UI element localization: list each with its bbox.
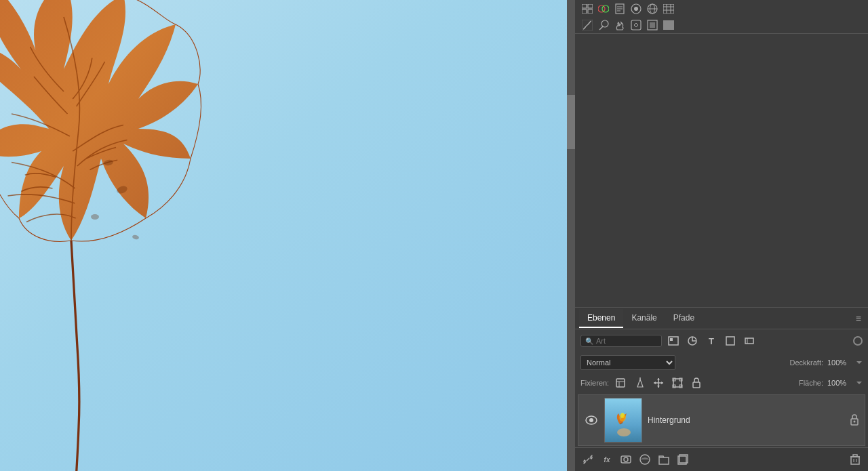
toolbar-row-2 [580, 18, 863, 32]
delete-layer-icon[interactable] [848, 452, 863, 467]
blend-mode-select[interactable]: Normal Auflösen Abdunkeln Multiplizieren [580, 355, 675, 370]
canvas-vertical-scrollbar[interactable] [567, 0, 575, 471]
svg-point-2 [91, 214, 99, 220]
mask-icon-toolbar[interactable] [646, 18, 659, 32]
svg-rect-73 [853, 455, 857, 457]
svg-rect-39 [616, 379, 625, 387]
layer-name: Hintergrund [648, 415, 850, 425]
fix-move-icon[interactable] [651, 375, 666, 390]
svg-rect-28 [631, 20, 641, 30]
svg-point-66 [624, 457, 628, 462]
opacity-value: 100% [827, 359, 852, 367]
fill-label: Fläche: [799, 379, 823, 387]
fix-lock-icon[interactable] [689, 375, 704, 390]
svg-marker-45 [657, 378, 660, 380]
svg-point-61 [620, 413, 625, 418]
tab-ebenen[interactable]: Ebenen [579, 309, 623, 328]
svg-rect-7 [582, 9, 587, 14]
svg-marker-47 [654, 382, 656, 384]
new-layer-icon[interactable] [675, 452, 690, 467]
svg-rect-20 [663, 4, 674, 14]
solid-color-icon[interactable] [662, 18, 675, 32]
document-icon[interactable] [613, 2, 627, 16]
scrollbar-thumb[interactable] [567, 95, 575, 149]
eye-icon [585, 415, 597, 425]
properties-area [575, 34, 868, 307]
svg-marker-38 [856, 361, 862, 364]
bottom-icons-row: fx [575, 447, 868, 471]
svg-line-27 [599, 26, 603, 30]
svg-rect-30 [650, 22, 655, 28]
search-row: 🔍 T [575, 329, 868, 352]
adjustment-filter-icon[interactable] [685, 333, 700, 348]
search-wrapper[interactable]: 🔍 [580, 335, 662, 347]
svg-rect-71 [851, 457, 859, 464]
fix-transform-icon[interactable] [670, 375, 685, 390]
tab-kanaele[interactable]: Kanäle [623, 309, 665, 328]
canvas-area [0, 0, 575, 471]
add-mask-icon[interactable] [618, 452, 633, 467]
svg-point-26 [601, 20, 608, 27]
layer-lock-icon[interactable] [850, 413, 859, 428]
pixel-layer-filter-icon[interactable] [666, 333, 681, 348]
search-input[interactable] [596, 337, 650, 345]
layer-item-hintergrund[interactable]: Hintergrund [578, 394, 865, 446]
svg-rect-36 [745, 338, 753, 344]
fix-paint-icon[interactable] [632, 375, 647, 390]
smart-object-filter-icon[interactable] [742, 333, 757, 348]
svg-point-10 [602, 5, 609, 12]
svg-rect-33 [670, 338, 673, 341]
opacity-label: Deckkraft: [789, 359, 823, 367]
toolbar-row-1 [580, 2, 863, 16]
channels-icon[interactable] [597, 2, 610, 16]
svg-rect-35 [726, 337, 734, 345]
leaf-illustration [0, 0, 575, 471]
canvas-image [0, 0, 575, 471]
svg-point-9 [598, 5, 605, 12]
svg-point-16 [634, 7, 638, 11]
filter-toggle-dot[interactable] [853, 336, 863, 346]
burn-icon[interactable] [613, 18, 627, 32]
color-picker-icon[interactable] [629, 2, 643, 16]
svg-rect-5 [582, 4, 587, 8]
fix-row: Fixieren: Fläche: 100% [575, 373, 868, 393]
opacity-arrow-icon[interactable] [856, 359, 863, 366]
toolbar-top [575, 0, 868, 34]
add-fx-icon[interactable]: fx [599, 452, 614, 467]
tabs-menu-icon[interactable]: ≡ [853, 310, 864, 327]
layer-thumbnail [604, 398, 642, 443]
shape-filter-icon[interactable] [723, 333, 738, 348]
patch-icon[interactable] [629, 18, 643, 32]
fill-arrow-icon[interactable] [856, 380, 863, 386]
svg-rect-54 [693, 382, 700, 388]
add-adjustment-icon[interactable] [637, 452, 652, 467]
globe-icon[interactable] [646, 2, 659, 16]
link-layers-icon[interactable] [580, 452, 595, 467]
create-group-icon[interactable] [656, 452, 671, 467]
grid-layout-icon[interactable] [580, 2, 594, 16]
tab-pfade[interactable]: Pfade [665, 309, 703, 328]
text-filter-icon[interactable]: T [704, 333, 719, 348]
layer-visibility-toggle[interactable] [584, 415, 599, 425]
svg-line-64 [587, 458, 589, 461]
svg-marker-55 [856, 382, 862, 384]
table-icon[interactable] [662, 2, 675, 16]
fill-value: 100% [827, 379, 852, 387]
curves-icon[interactable] [580, 18, 594, 32]
layers-tabs: Ebenen Kanäle Pfade ≡ [575, 308, 868, 329]
svg-rect-6 [588, 4, 593, 8]
blend-row: Normal Auflösen Abdunkeln Multiplizieren… [575, 352, 868, 373]
fix-position-icon[interactable] [613, 375, 628, 390]
svg-point-63 [854, 420, 856, 422]
svg-rect-31 [663, 20, 674, 30]
layers-panel: Ebenen Kanäle Pfade ≡ 🔍 T [575, 307, 868, 471]
right-panel: Ebenen Kanäle Pfade ≡ 🔍 T [575, 0, 868, 471]
dodge-icon[interactable] [597, 18, 610, 32]
svg-point-59 [617, 428, 631, 436]
svg-rect-8 [588, 9, 593, 14]
svg-marker-48 [661, 382, 663, 384]
fix-label: Fixieren: [580, 379, 609, 387]
svg-marker-46 [657, 386, 660, 388]
svg-rect-49 [673, 379, 682, 387]
search-icon: 🔍 [585, 337, 593, 345]
